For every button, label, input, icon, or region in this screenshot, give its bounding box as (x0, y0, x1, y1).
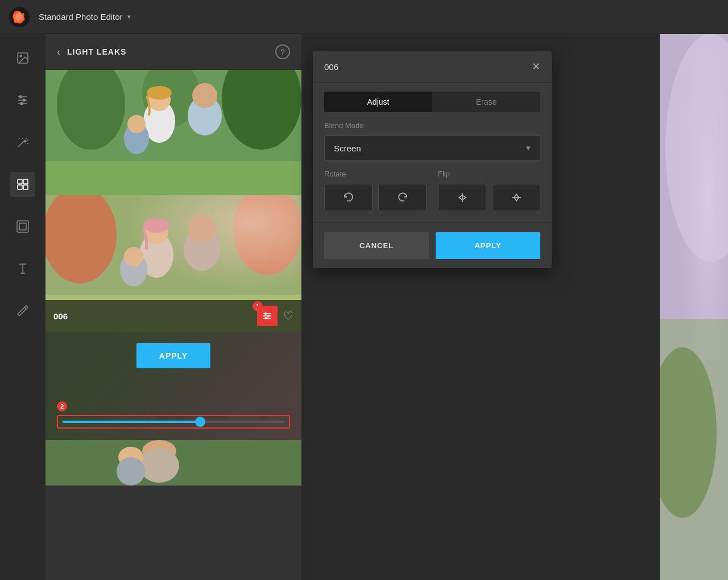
svg-rect-19 (23, 185, 28, 190)
favorite-button[interactable]: ♡ (283, 309, 293, 323)
svg-line-25 (24, 307, 26, 309)
panel-header: ‹ LIGHT LEAKS ? (46, 34, 301, 70)
flip-horizontal-button[interactable] (438, 184, 486, 211)
blend-mode-label: Blend Mode (324, 121, 540, 130)
svg-rect-21 (19, 223, 26, 230)
svg-rect-17 (23, 179, 28, 184)
slider-fill (63, 421, 200, 423)
blend-mode-select[interactable]: Screen ▾ (324, 135, 540, 161)
sidebar-item-magic[interactable] (10, 130, 35, 155)
app-logo (9, 7, 30, 27)
modal-close-button[interactable]: ✕ (532, 61, 540, 72)
sidebar-item-text[interactable] (10, 256, 35, 281)
sidebar-item-image[interactable] (10, 46, 35, 71)
apply-button[interactable]: APPLY (136, 343, 210, 368)
photo-list: 006 1 (46, 70, 301, 580)
svg-point-39 (46, 195, 117, 283)
photo-thumbnail-1 (46, 70, 301, 195)
modal-header: 006 ✕ (313, 51, 552, 83)
right-photo-area (660, 34, 728, 580)
slider-area: 2 (57, 401, 290, 429)
modal-tabs: Adjust Erase (324, 92, 540, 112)
svg-point-43 (184, 228, 220, 271)
panel-title: LIGHT LEAKS (67, 47, 126, 56)
main-area: ‹ LIGHT LEAKS ? (0, 34, 728, 580)
cancel-button[interactable]: CANCEL (324, 232, 429, 259)
svg-point-54 (267, 315, 270, 317)
back-button[interactable]: ‹ (57, 46, 60, 58)
app-title-dropdown[interactable]: Standard Photo Editor ▾ (39, 12, 131, 22)
svg-rect-16 (18, 179, 22, 184)
adjust-button[interactable] (257, 306, 278, 326)
modal-footer: CANCEL APPLY (313, 223, 552, 268)
photo-actions: 1 (257, 306, 293, 326)
badge-2: 2 (57, 401, 67, 412)
modal-apply-button[interactable]: APPLY (436, 232, 540, 259)
svg-point-53 (264, 312, 267, 315)
svg-point-47 (120, 252, 147, 286)
svg-point-45 (139, 232, 173, 278)
sidebar-item-draw[interactable] (10, 298, 35, 323)
list-item (46, 440, 301, 486)
list-item (46, 70, 301, 195)
svg-point-8 (23, 99, 25, 101)
tab-erase[interactable]: Erase (432, 92, 540, 112)
popup-modal: 006 ✕ Adjust Erase Blend Mode Screen ▾ R… (313, 51, 552, 268)
blend-mode-section: Blend Mode Screen ▾ (313, 121, 552, 170)
help-button[interactable]: ? (275, 44, 290, 59)
rotate-label: Rotate (324, 170, 427, 178)
photo-label-bar: 006 1 (46, 300, 301, 332)
svg-point-37 (147, 86, 172, 100)
rotate-section: Rotate (324, 170, 427, 211)
svg-point-60 (117, 457, 145, 486)
svg-point-36 (127, 115, 146, 133)
svg-point-9 (20, 102, 23, 105)
panel: ‹ LIGHT LEAKS ? (46, 34, 301, 580)
slider-container[interactable] (57, 415, 290, 429)
list-item: 006 1 (46, 195, 301, 332)
svg-line-10 (18, 141, 24, 147)
photo-label: 006 (53, 311, 68, 321)
flip-vertical-button[interactable] (492, 184, 540, 211)
svg-point-48 (124, 247, 143, 266)
svg-point-58 (139, 449, 179, 483)
svg-point-46 (144, 220, 168, 244)
rotate-left-button[interactable] (324, 184, 373, 211)
rotate-right-button[interactable] (378, 184, 427, 211)
topbar: Standard Photo Editor ▾ (0, 0, 728, 34)
slider-track (63, 421, 284, 423)
svg-point-3 (20, 55, 22, 57)
slider-label: 2 (57, 401, 290, 412)
tab-adjust[interactable]: Adjust (324, 92, 432, 112)
svg-rect-30 (46, 161, 301, 195)
rotate-flip-section: Rotate (313, 170, 552, 223)
svg-point-49 (143, 218, 169, 233)
apply-area: APPLY 2 (46, 332, 301, 440)
modal-overlay: 006 ✕ Adjust Erase Blend Mode Screen ▾ R… (301, 34, 660, 580)
svg-point-7 (19, 96, 22, 98)
svg-point-44 (188, 215, 216, 242)
svg-point-40 (233, 195, 301, 275)
sidebar-item-layers[interactable] (10, 172, 35, 197)
sidebar-item-frames[interactable] (10, 214, 35, 239)
rotate-buttons (324, 184, 427, 211)
flip-buttons (438, 184, 540, 211)
slider-thumb[interactable] (195, 417, 205, 427)
svg-rect-18 (18, 185, 22, 190)
svg-point-1 (16, 13, 22, 20)
icon-sidebar (0, 34, 46, 580)
flip-section: Flip (438, 170, 540, 211)
svg-point-55 (265, 317, 267, 319)
blend-mode-value: Screen (334, 143, 361, 153)
svg-point-32 (192, 83, 217, 108)
apply-button-container: APPLY (136, 343, 210, 368)
modal-title: 006 (324, 62, 338, 72)
app-title-chevron-icon: ▾ (127, 13, 131, 20)
flip-label: Flip (438, 170, 540, 178)
sidebar-item-adjustments[interactable] (10, 88, 35, 113)
blend-mode-chevron-icon: ▾ (526, 143, 531, 153)
svg-rect-20 (17, 221, 28, 232)
